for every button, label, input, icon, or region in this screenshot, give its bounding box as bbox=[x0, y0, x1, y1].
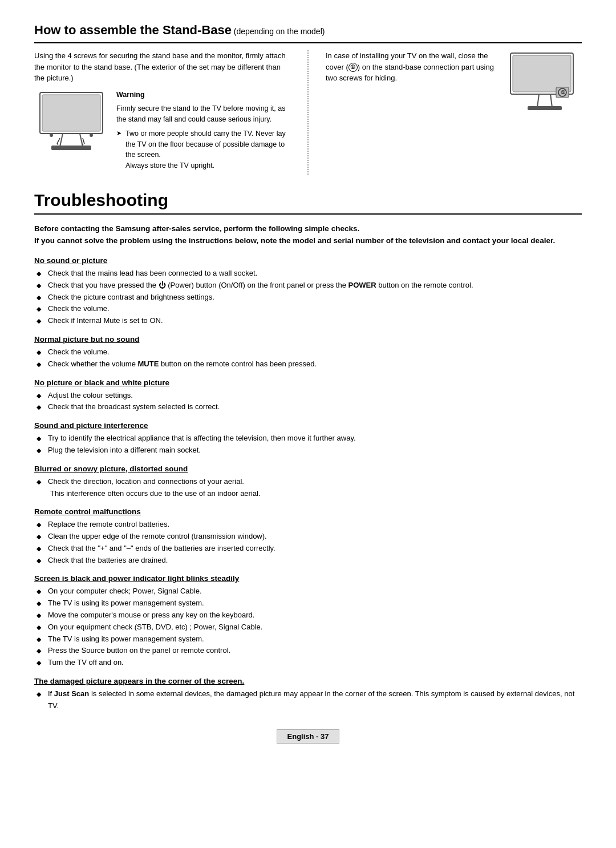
section-normal-picture-no-sound: Normal picture but no sound Check the vo… bbox=[34, 335, 582, 370]
svg-text:①: ① bbox=[561, 90, 565, 95]
section-damaged-picture: The damaged picture appears in the corne… bbox=[34, 677, 582, 712]
stand-base-title-main: How to assemble the Stand-Base bbox=[34, 23, 232, 37]
intro-text: Before contacting the Samsung after-sale… bbox=[34, 223, 582, 247]
heading-no-sound-picture: No sound or picture bbox=[34, 256, 582, 265]
heading-remote-control: Remote control malfunctions bbox=[34, 507, 582, 516]
bullet-item: Check that the "+" and "–" ends of the b… bbox=[37, 543, 582, 555]
bullet-item: Check the picture contrast and brightnes… bbox=[37, 292, 582, 304]
stand-base-content: Using the 4 screws for securing the stan… bbox=[34, 50, 582, 175]
bullet-item: Try to identify the electrical appliance… bbox=[37, 433, 582, 445]
stand-base-left-para: Using the 4 screws for securing the stan… bbox=[34, 50, 290, 84]
section-sound-picture-interference: Sound and picture interference Try to id… bbox=[34, 421, 582, 457]
bullet-item: Replace the remote control batteries. bbox=[37, 519, 582, 531]
svg-point-10 bbox=[90, 134, 93, 137]
stand-base-section: How to assemble the Stand-Base (dependin… bbox=[34, 23, 582, 175]
svg-line-2 bbox=[60, 134, 63, 147]
svg-rect-15 bbox=[528, 106, 562, 110]
bullet-item: On your equipment check (STB, DVD, etc) … bbox=[37, 621, 582, 633]
bullet-item: Check the volume. bbox=[37, 346, 582, 358]
bullet-item: Check if Internal Mute is set to ON. bbox=[37, 315, 582, 327]
bullets-blurred-snowy: Check the direction, location and connec… bbox=[34, 476, 582, 500]
bullet-item: Check that the batteries are drained. bbox=[37, 555, 582, 567]
svg-rect-1 bbox=[42, 95, 100, 131]
bullet-item: The TV is using its power management sys… bbox=[37, 633, 582, 645]
svg-point-9 bbox=[50, 134, 53, 137]
stand-base-subtitle: (depending on the model) bbox=[232, 27, 325, 36]
svg-line-13 bbox=[537, 94, 539, 107]
heading-blurred-snowy: Blurred or snowy picture, distorted soun… bbox=[34, 465, 582, 473]
bullet-item: On your computer check; Power, Signal Ca… bbox=[37, 585, 582, 597]
warning-text: Firmly secure the stand to the TV before… bbox=[116, 103, 290, 125]
bullet-item: Plug the television into a different mai… bbox=[37, 445, 582, 457]
stand-base-title: How to assemble the Stand-Base (dependin… bbox=[34, 23, 582, 43]
bullet-item: If Just Scan is selected in some externa… bbox=[37, 688, 582, 712]
section-remote-control: Remote control malfunctions Replace the … bbox=[34, 507, 582, 566]
stand-divider bbox=[307, 50, 309, 175]
stand-base-right: In case of installing your TV on the wal… bbox=[326, 50, 582, 175]
heading-sound-picture-interference: Sound and picture interference bbox=[34, 421, 582, 430]
tv-image-left: ↓ ↓ bbox=[34, 90, 108, 160]
warning-arrow-item: Two or more people should carry the TV. … bbox=[116, 128, 290, 171]
stand-base-right-para: In case of installing your TV on the wal… bbox=[326, 50, 500, 175]
bullet-item: Move the computer's mouse or press any k… bbox=[37, 609, 582, 621]
svg-text:↓: ↓ bbox=[81, 139, 84, 147]
section-no-picture-bw: No picture or black and white picture Ad… bbox=[34, 378, 582, 414]
bullets-damaged-picture: If Just Scan is selected in some externa… bbox=[34, 688, 582, 712]
bullet-item: Press the Source button on the panel or … bbox=[37, 645, 582, 657]
section-screen-black: Screen is black and power indicator ligh… bbox=[34, 574, 582, 669]
section-no-sound-picture: No sound or picture Check that the mains… bbox=[34, 256, 582, 327]
bullets-screen-black: On your computer check; Power, Signal Ca… bbox=[34, 585, 582, 669]
heading-damaged-picture: The damaged picture appears in the corne… bbox=[34, 677, 582, 685]
heading-normal-picture-no-sound: Normal picture but no sound bbox=[34, 335, 582, 344]
bullets-no-sound-picture: Check that the mains lead has been conne… bbox=[34, 268, 582, 327]
bullets-normal-picture-no-sound: Check the volume. Check whether the volu… bbox=[34, 346, 582, 370]
heading-no-picture-bw: No picture or black and white picture bbox=[34, 378, 582, 387]
section-blurred-snowy: Blurred or snowy picture, distorted soun… bbox=[34, 465, 582, 500]
page-badge: English - 37 bbox=[277, 729, 340, 744]
heading-screen-black: Screen is black and power indicator ligh… bbox=[34, 574, 582, 583]
warning-box: ↓ ↓ Warning Firmly secure the stand to t… bbox=[34, 90, 290, 175]
bullet-item: Check whether the volume MUTE button on … bbox=[37, 358, 582, 370]
svg-line-14 bbox=[550, 94, 552, 107]
bullet-item: Check that you have pressed the ⏻ (Power… bbox=[37, 280, 582, 292]
warning-label: Warning bbox=[116, 90, 290, 100]
bullets-no-picture-bw: Adjust the colour settings. Check that t… bbox=[34, 390, 582, 414]
page-footer: English - 37 bbox=[34, 729, 582, 744]
bullets-remote-control: Replace the remote control batteries. Cl… bbox=[34, 519, 582, 566]
troubleshooting-title: Troubleshooting bbox=[34, 191, 582, 215]
bullet-item: Clean the upper edge of the remote contr… bbox=[37, 531, 582, 543]
bullet-item: Check that the broadcast system selected… bbox=[37, 401, 582, 413]
bullet-item: Adjust the colour settings. bbox=[37, 390, 582, 402]
svg-rect-12 bbox=[513, 55, 571, 92]
svg-text:↓: ↓ bbox=[56, 139, 59, 147]
bullet-item: Turn the TV off and on. bbox=[37, 657, 582, 669]
stand-base-left: Using the 4 screws for securing the stan… bbox=[34, 50, 290, 175]
tv-image-right: ① bbox=[508, 50, 582, 175]
bullet-item: The TV is using its power management sys… bbox=[37, 597, 582, 609]
bullets-sound-picture-interference: Try to identify the electrical appliance… bbox=[34, 433, 582, 457]
circle-number: ① bbox=[348, 63, 358, 72]
bullet-item: Check the volume. bbox=[37, 303, 582, 315]
troubleshooting-section: Troubleshooting Before contacting the Sa… bbox=[34, 191, 582, 712]
bullet-item: Check the direction, location and connec… bbox=[37, 476, 582, 500]
bullet-item: Check that the mains lead has been conne… bbox=[37, 268, 582, 280]
warning-text-block: Warning Firmly secure the stand to the T… bbox=[116, 90, 290, 175]
